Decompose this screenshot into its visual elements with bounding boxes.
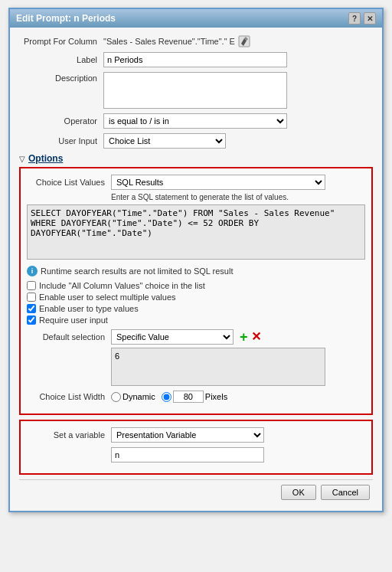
check1-row: Include "All Column Values" choice in th…	[27, 281, 365, 290]
check3-label: Enable user to type values	[39, 304, 139, 313]
label-row: Label	[19, 52, 373, 67]
options-section-header: ▽ Options	[19, 153, 373, 164]
description-row: Description	[19, 72, 373, 109]
dialog-titlebar: Edit Prompt: n Periods ? ✕	[10, 9, 382, 28]
close-icon[interactable]: ✕	[364, 12, 376, 25]
label-label: Label	[19, 55, 103, 64]
sql-hint: Enter a SQL statement to generate the li…	[111, 193, 365, 201]
dialog-title: Edit Prompt: n Periods	[16, 13, 116, 24]
set-variable-box: Set a variable Presentation Variable	[19, 420, 373, 475]
options-box: Choice List Values SQL Results Enter a S…	[19, 167, 373, 415]
titlebar-icons: ? ✕	[348, 12, 376, 25]
check1-checkbox[interactable]	[27, 281, 36, 290]
set-variable-row: Set a variable Presentation Variable	[27, 427, 365, 443]
button-row: OK Cancel	[19, 479, 373, 503]
check4-checkbox[interactable]	[27, 315, 36, 325]
edit-prompt-dialog: Edit Prompt: n Periods ? ✕ Prompt For Co…	[8, 8, 384, 512]
add-remove-icons: + ✕	[240, 330, 261, 344]
check2-row: Enable user to select multiple values	[27, 293, 365, 302]
user-input-select[interactable]: Choice List	[103, 133, 226, 149]
prompt-for-column-value: "Sales - Sales Revenue"."Time"." E	[103, 35, 373, 47]
check3-row: Enable user to type values	[27, 304, 365, 313]
prompt-for-column-row: Prompt For Column "Sales - Sales Revenue…	[19, 35, 373, 47]
sql-textarea[interactable]: SELECT DAYOFYEAR("Time"."Date") FROM "Sa…	[27, 204, 365, 260]
choice-list-values-row: Choice List Values SQL Results	[27, 175, 365, 190]
choice-list-values-select[interactable]: SQL Results	[111, 175, 325, 190]
user-input-value: Choice List	[103, 133, 373, 149]
user-input-row: User Input Choice List	[19, 133, 373, 149]
label-value	[103, 52, 373, 67]
user-input-label: User Input	[19, 136, 103, 145]
check2-checkbox[interactable]	[27, 293, 36, 302]
add-value-icon[interactable]: +	[240, 330, 248, 344]
radio-group: Dynamic Pixels	[111, 391, 227, 403]
dynamic-radio-label: Dynamic	[111, 392, 155, 402]
set-variable-input-row	[27, 447, 365, 463]
pixels-label-text: Pixels	[205, 392, 227, 401]
remove-value-icon[interactable]: ✕	[251, 331, 261, 343]
section-arrow-icon: ▽	[19, 155, 25, 163]
check2-label: Enable user to select multiple values	[39, 293, 176, 302]
choice-list-values-label: Choice List Values	[27, 178, 111, 187]
check4-row: Require user input	[27, 315, 365, 325]
prompt-for-column-text: "Sales - Sales Revenue"."Time"." E	[103, 37, 235, 46]
runtime-info-text: Runtime search results are not limited t…	[41, 266, 233, 276]
operator-select[interactable]: is equal to / is in	[103, 113, 287, 129]
operator-label: Operator	[19, 116, 103, 126]
description-input[interactable]	[103, 72, 287, 109]
info-icon: i	[27, 266, 38, 276]
pixels-radio[interactable]	[162, 392, 172, 402]
default-selection-row: Default selection Specific Value + ✕	[27, 329, 365, 345]
check3-checkbox[interactable]	[27, 304, 36, 313]
runtime-info-row: i Runtime search results are not limited…	[27, 266, 365, 276]
options-section-title: Options	[28, 153, 63, 164]
choice-list-width-label: Choice List Width	[27, 392, 111, 401]
set-variable-select[interactable]: Presentation Variable	[111, 427, 264, 443]
choice-list-width-row: Choice List Width Dynamic Pixels	[27, 391, 365, 403]
dynamic-label-text: Dynamic	[122, 392, 155, 401]
ok-button[interactable]: OK	[281, 485, 316, 500]
variable-name-input[interactable]	[111, 447, 264, 463]
set-variable-label: Set a variable	[27, 430, 111, 440]
dialog-body: Prompt For Column "Sales - Sales Revenue…	[10, 28, 382, 511]
help-icon[interactable]: ?	[348, 12, 361, 25]
cancel-button[interactable]: Cancel	[321, 485, 370, 500]
operator-row: Operator is equal to / is in	[19, 113, 373, 129]
edit-pencil-icon[interactable]	[238, 35, 250, 47]
check1-label: Include "All Column Values" choice in th…	[39, 281, 205, 290]
label-input[interactable]	[103, 52, 287, 67]
prompt-for-column-label: Prompt For Column	[19, 37, 103, 46]
pixels-radio-label: Pixels	[162, 391, 227, 403]
check4-label: Require user input	[39, 315, 108, 325]
description-value	[103, 72, 373, 109]
dynamic-radio[interactable]	[111, 392, 121, 402]
default-value-text: 6	[115, 351, 119, 361]
default-selection-label: Default selection	[27, 332, 111, 342]
default-value-box: 6	[111, 348, 325, 386]
description-label: Description	[19, 72, 103, 83]
pixels-input[interactable]	[173, 391, 204, 403]
default-selection-select[interactable]: Specific Value	[111, 329, 234, 345]
operator-value: is equal to / is in	[103, 113, 373, 129]
